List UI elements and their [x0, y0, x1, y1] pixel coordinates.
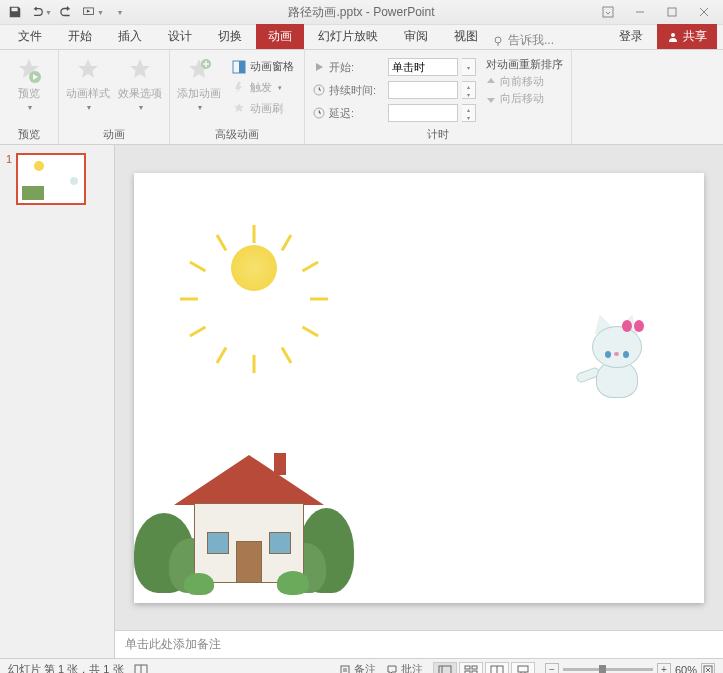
comments-toggle-button[interactable]: 批注	[386, 662, 423, 673]
thumbnail-preview	[16, 153, 86, 205]
window-controls	[593, 2, 719, 22]
zoom-slider[interactable]	[563, 668, 653, 671]
work-area: 1	[0, 145, 723, 658]
zoom-in-button[interactable]: +	[657, 663, 671, 674]
redo-button[interactable]	[56, 2, 78, 22]
slide-number: 1	[6, 153, 12, 205]
notes-icon	[339, 664, 351, 674]
status-bar: 幻灯片 第 1 张，共 1 张 备注 批注 − + 60%	[0, 658, 723, 673]
save-button[interactable]	[4, 2, 26, 22]
start-dropdown-arrow[interactable]: ▾	[462, 58, 476, 76]
delay-label: 延迟:	[329, 106, 384, 121]
lightning-icon	[232, 81, 246, 95]
group-label-animation: 动画	[63, 125, 165, 144]
svg-rect-15	[341, 666, 349, 674]
svg-rect-21	[472, 666, 477, 669]
duration-label: 持续时间:	[329, 83, 384, 98]
lightbulb-icon	[492, 35, 504, 47]
up-arrow-icon	[486, 77, 496, 87]
group-label-preview: 预览	[4, 125, 54, 144]
slideshow-view-button[interactable]	[511, 662, 535, 674]
group-preview: 预览▼ 预览	[0, 50, 59, 144]
star-icon	[126, 57, 154, 85]
spellcheck-button[interactable]	[134, 664, 148, 674]
slide-thumbnail-1[interactable]: 1	[6, 153, 108, 205]
animation-painter-button[interactable]: 动画刷	[228, 99, 298, 118]
move-later-button[interactable]: 向后移动	[486, 91, 563, 106]
normal-view-button[interactable]	[433, 662, 457, 674]
maximize-button[interactable]	[657, 2, 687, 22]
tab-transitions[interactable]: 切换	[206, 24, 254, 49]
effect-options-button[interactable]: 效果选项▼	[115, 55, 165, 115]
notes-toggle-button[interactable]: 备注	[339, 662, 376, 673]
slide-sorter-button[interactable]	[459, 662, 483, 674]
sun-image[interactable]	[209, 223, 299, 313]
animation-pane-button[interactable]: 动画窗格	[228, 57, 298, 76]
svg-point-6	[671, 33, 675, 37]
tell-me-button[interactable]: 告诉我...	[492, 32, 554, 49]
group-timing: 开始: ▾ 持续时间: ▴▾ 延迟: ▴▾ 对动画重新排	[305, 50, 572, 144]
clock-icon	[313, 84, 325, 96]
star-plus-icon	[185, 57, 213, 85]
svg-rect-18	[439, 666, 451, 674]
svg-rect-1	[603, 7, 613, 17]
start-slideshow-button[interactable]: ▼	[82, 2, 104, 22]
duration-input[interactable]	[388, 81, 458, 99]
login-button[interactable]: 登录	[611, 24, 651, 49]
clock-icon	[313, 107, 325, 119]
animation-styles-button[interactable]: 动画样式▼	[63, 55, 113, 115]
customize-qat-button[interactable]: ▼	[108, 2, 130, 22]
ribbon-tabs: 文件 开始 插入 设计 切换 动画 幻灯片放映 审阅 视图 告诉我... 登录 …	[0, 25, 723, 50]
tab-view[interactable]: 视图	[442, 24, 490, 49]
tab-insert[interactable]: 插入	[106, 24, 154, 49]
delay-spinner[interactable]: ▴▾	[462, 104, 476, 122]
slide-canvas-wrapper	[115, 145, 723, 630]
start-label: 开始:	[329, 60, 384, 75]
house-image[interactable]	[134, 433, 354, 593]
reading-view-button[interactable]	[485, 662, 509, 674]
zoom-out-button[interactable]: −	[545, 663, 559, 674]
brush-star-icon	[232, 102, 246, 116]
view-buttons	[433, 662, 535, 674]
person-icon	[667, 31, 679, 43]
tab-slideshow[interactable]: 幻灯片放映	[306, 24, 390, 49]
svg-point-4	[495, 37, 501, 43]
zoom-control: − + 60%	[545, 663, 715, 674]
svg-rect-3	[668, 8, 676, 16]
fit-to-window-button[interactable]	[701, 663, 715, 674]
cat-image[interactable]	[574, 318, 659, 408]
pane-icon	[232, 60, 246, 74]
window-title: 路径动画.pptx - PowerPoint	[130, 4, 593, 21]
slide-canvas[interactable]	[134, 173, 704, 603]
comment-icon	[386, 664, 398, 674]
undo-button[interactable]: ▼	[30, 2, 52, 22]
preview-button[interactable]: 预览▼	[4, 55, 54, 115]
title-bar: ▼ ▼ ▼ 路径动画.pptx - PowerPoint	[0, 0, 723, 25]
minimize-button[interactable]	[625, 2, 655, 22]
trigger-button[interactable]: 触发 ▾	[228, 78, 298, 97]
duration-spinner[interactable]: ▴▾	[462, 81, 476, 99]
tab-file[interactable]: 文件	[6, 24, 54, 49]
notes-placeholder: 单击此处添加备注	[125, 637, 221, 651]
tab-review[interactable]: 审阅	[392, 24, 440, 49]
start-dropdown[interactable]	[388, 58, 458, 76]
close-button[interactable]	[689, 2, 719, 22]
book-icon	[134, 664, 148, 674]
zoom-percent[interactable]: 60%	[675, 664, 697, 674]
add-animation-button[interactable]: 添加动画▼	[174, 55, 224, 115]
move-earlier-button[interactable]: 向前移动	[486, 74, 563, 89]
tab-home[interactable]: 开始	[56, 24, 104, 49]
editor-area: 单击此处添加备注	[115, 145, 723, 658]
play-icon	[313, 61, 325, 73]
slide-thumbnail-panel: 1	[0, 145, 115, 658]
ribbon: 预览▼ 预览 动画样式▼ 效果选项▼ 动画 添加动画▼	[0, 50, 723, 145]
tab-animations[interactable]: 动画	[256, 24, 304, 49]
svg-rect-20	[465, 666, 470, 669]
ribbon-display-button[interactable]	[593, 2, 623, 22]
delay-input[interactable]	[388, 104, 458, 122]
tab-design[interactable]: 设计	[156, 24, 204, 49]
notes-pane[interactable]: 单击此处添加备注	[115, 630, 723, 658]
share-button[interactable]: 共享	[657, 24, 717, 49]
svg-rect-26	[518, 666, 528, 672]
group-animation: 动画样式▼ 效果选项▼ 动画	[59, 50, 170, 144]
